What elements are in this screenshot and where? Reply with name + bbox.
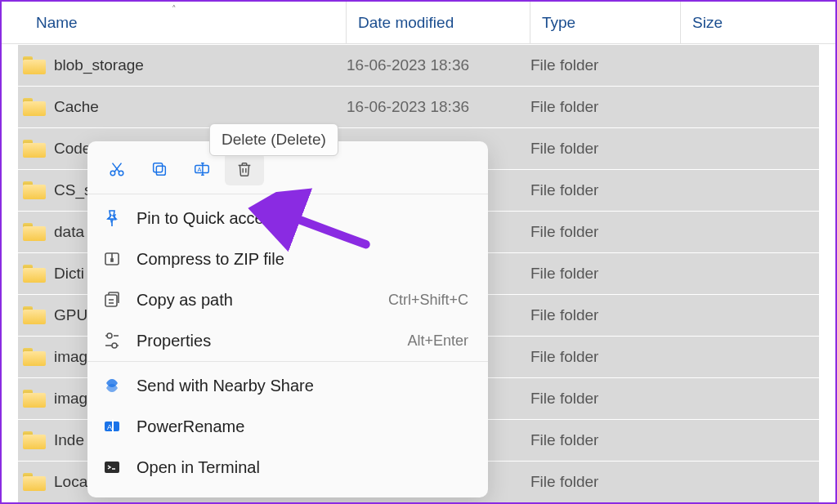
- folder-icon: [23, 56, 46, 74]
- svg-rect-16: [111, 259, 113, 261]
- folder-icon: [23, 223, 46, 241]
- file-type: File folder: [530, 431, 681, 449]
- file-date: 16-06-2023 18:36: [347, 98, 530, 116]
- context-menu-item-powerrename[interactable]: A PowerRename: [87, 406, 488, 447]
- context-item-label: PowerRename: [137, 417, 454, 436]
- terminal-icon: [102, 457, 122, 477]
- svg-rect-25: [105, 462, 119, 473]
- context-menu-item-properties[interactable]: Properties Alt+Enter: [87, 320, 488, 361]
- file-name: CS_s: [54, 181, 92, 199]
- file-type: File folder: [530, 98, 681, 116]
- file-name: imag: [54, 348, 87, 366]
- context-menu-item-copypath[interactable]: Copy as path Ctrl+Shift+C: [87, 279, 488, 320]
- svg-rect-5: [154, 163, 163, 172]
- svg-text:A: A: [198, 166, 202, 173]
- context-menu-divider: [87, 361, 488, 362]
- file-type: File folder: [530, 56, 681, 74]
- folder-icon: [23, 390, 46, 408]
- copy-icon: [150, 160, 168, 178]
- column-label: Type: [542, 14, 575, 32]
- context-menu-item-terminal[interactable]: Open in Terminal: [87, 447, 488, 488]
- svg-point-20: [107, 333, 112, 338]
- file-type: File folder: [530, 306, 681, 324]
- file-name: Loca: [54, 473, 87, 491]
- copy-button[interactable]: [140, 153, 179, 185]
- folder-icon: [23, 431, 46, 449]
- column-header-name[interactable]: ˄ Name: [2, 2, 347, 43]
- delete-tooltip: Delete (Delete): [209, 123, 338, 156]
- table-row[interactable]: Cache 16-06-2023 18:36 File folder: [18, 87, 819, 127]
- zip-icon: [102, 249, 122, 269]
- context-item-label: Send with Nearby Share: [137, 377, 454, 395]
- file-type: File folder: [530, 390, 681, 408]
- column-label: Size: [692, 14, 723, 32]
- file-type: File folder: [530, 140, 681, 158]
- sort-asc-icon: ˄: [172, 4, 177, 15]
- file-type: File folder: [530, 265, 681, 283]
- context-item-shortcut: Ctrl+Shift+C: [388, 292, 468, 309]
- file-type: File folder: [530, 348, 681, 366]
- rename-icon: A: [193, 160, 211, 178]
- delete-icon: [235, 160, 253, 178]
- context-item-shortcut: Alt+Enter: [407, 332, 468, 350]
- file-name: Inde: [54, 431, 84, 449]
- column-header-size[interactable]: Size: [681, 2, 835, 43]
- file-name: imag: [54, 390, 87, 408]
- file-name: blob_storage: [54, 56, 144, 74]
- svg-point-0: [110, 171, 115, 176]
- svg-rect-17: [105, 295, 117, 306]
- file-name: GPU: [54, 306, 87, 324]
- file-name: Cache: [54, 98, 99, 116]
- cut-button[interactable]: [97, 153, 137, 185]
- folder-icon: [23, 348, 46, 366]
- file-name: data: [54, 223, 84, 241]
- folder-icon: [23, 473, 46, 491]
- file-name: Dicti: [54, 265, 84, 283]
- file-name: Code: [54, 140, 91, 158]
- folder-icon: [23, 98, 46, 116]
- copypath-icon: [102, 290, 122, 310]
- context-item-label: Open in Terminal: [137, 458, 454, 477]
- svg-rect-4: [156, 166, 165, 175]
- svg-point-21: [112, 343, 117, 348]
- column-header-row: ˄ Name Date modified Type Size: [2, 2, 835, 44]
- table-row[interactable]: blob_storage 16-06-2023 18:36 File folde…: [18, 45, 819, 86]
- pin-icon: [102, 208, 122, 228]
- file-type: File folder: [530, 223, 681, 241]
- context-item-label: Copy as path: [137, 291, 374, 310]
- column-label: Name: [36, 14, 78, 32]
- column-header-type[interactable]: Type: [530, 2, 681, 43]
- folder-icon: [23, 140, 46, 158]
- folder-icon: [23, 306, 46, 324]
- column-label: Date modified: [358, 14, 454, 32]
- svg-text:A: A: [107, 423, 112, 431]
- folder-icon: [23, 181, 46, 199]
- column-header-date[interactable]: Date modified: [347, 2, 530, 43]
- cut-icon: [108, 160, 126, 178]
- powerrename-icon: A: [102, 417, 122, 436]
- file-type: File folder: [530, 181, 681, 199]
- nearby-icon: [102, 376, 122, 395]
- delete-button[interactable]: [225, 153, 264, 185]
- context-item-label: Properties: [137, 332, 392, 350]
- properties-icon: [102, 331, 122, 350]
- folder-icon: [23, 265, 46, 283]
- context-menu-item-nearby[interactable]: Send with Nearby Share: [87, 365, 488, 406]
- svg-rect-23: [112, 419, 114, 434]
- rename-button[interactable]: A: [182, 153, 222, 185]
- file-date: 16-06-2023 18:36: [347, 56, 530, 74]
- file-type: File folder: [530, 473, 681, 491]
- svg-point-1: [119, 171, 123, 176]
